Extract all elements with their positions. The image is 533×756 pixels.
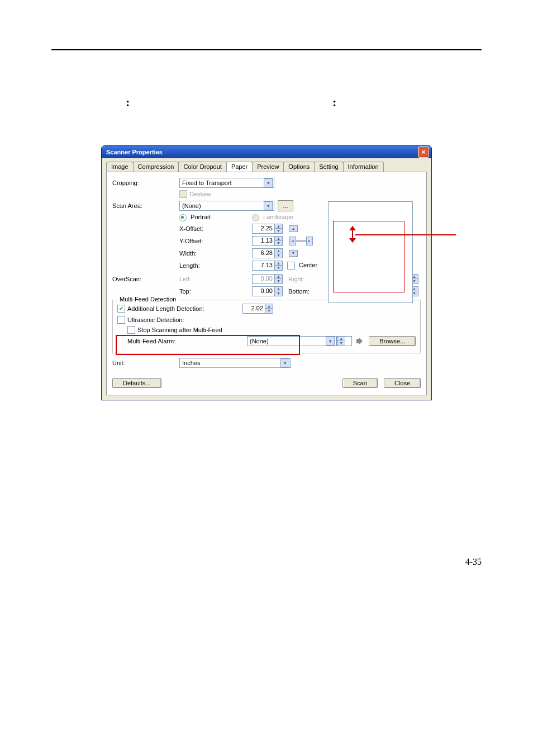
length-label: Length: <box>179 262 252 269</box>
ultrasonic-label: Ultrasonic Detection: <box>127 316 184 323</box>
caret-down-icon[interactable]: ▼ <box>274 265 282 270</box>
alarm-label: Multi-Feed Alarm: <box>117 338 247 344</box>
addlen-value: 2.02 <box>243 304 265 313</box>
alarm-stepper[interactable]: ▲▼ <box>336 336 352 346</box>
overscan-top-stepper[interactable]: 0.00 ▲▼ <box>252 286 283 296</box>
addlen-stepper[interactable]: 2.02 ▲▼ <box>242 304 273 314</box>
caret-up-icon[interactable]: ▲ <box>274 224 282 229</box>
caret-down-icon[interactable]: ▼ <box>274 228 282 233</box>
overscan-top-label: Top: <box>179 288 252 295</box>
caret-up-icon: ▲ <box>274 275 282 279</box>
unit-label: Unit: <box>112 360 179 366</box>
tab-compression[interactable]: Compression <box>133 162 179 172</box>
page-preview-pane <box>328 201 413 303</box>
chevron-down-icon: ▾ <box>264 178 273 187</box>
page-top-rule <box>51 49 482 50</box>
tab-preview[interactable]: Preview <box>252 162 284 172</box>
landscape-radio <box>252 214 259 221</box>
browse-button[interactable]: Browse... <box>369 336 416 346</box>
unit-value: Inches <box>182 360 200 366</box>
xoffset-stepper[interactable]: 2.25 ▲▼ <box>252 224 283 234</box>
defaults-button[interactable]: Defaults... <box>112 378 161 388</box>
caret-down-icon[interactable]: ▼ <box>265 308 273 313</box>
center-label: Center <box>299 262 317 268</box>
caret-down-icon[interactable]: ▼ <box>289 250 298 257</box>
yoffset-stepper[interactable]: 1.13 ▲▼ <box>252 236 283 246</box>
caret-up-icon[interactable]: ▲ <box>274 249 282 253</box>
yoffset-label: Y-Offset: <box>179 238 252 244</box>
multifeed-legend: Multi-Feed Detection <box>117 296 179 303</box>
speaker-icon <box>355 337 365 346</box>
length-value: 7.13 <box>253 261 274 270</box>
caret-down-icon[interactable]: ▼ <box>337 341 345 346</box>
width-stepper[interactable]: 6.28 ▲▼ <box>252 248 283 258</box>
stop-after-mf-checkbox[interactable] <box>127 326 135 334</box>
alarm-value: (None) <box>250 338 269 344</box>
xoffset-label: X-Offset: <box>179 225 252 232</box>
caret-right-icon[interactable]: ▸ <box>306 237 313 245</box>
caret-up-icon[interactable]: ▲ <box>274 261 282 266</box>
caret-left-icon[interactable]: ◂ <box>289 237 296 245</box>
deskew-label: Deskew <box>189 191 211 197</box>
unit-select[interactable]: Inches ▾ <box>179 358 291 368</box>
cropping-select[interactable]: Fixed to Transport ▾ <box>179 178 274 188</box>
titlebar[interactable]: Scanner Properties × <box>102 146 431 158</box>
overscan-right-label: Right: <box>288 276 304 282</box>
alarm-select[interactable]: (None) ▾ <box>247 336 336 346</box>
overscan-left-stepper: 0.00 ▲▼ <box>252 274 283 284</box>
colon-mark: : <box>126 95 130 110</box>
ultrasonic-checkbox[interactable] <box>117 316 125 324</box>
overscan-top-value: 0.00 <box>253 287 274 296</box>
caret-up-icon[interactable]: ▲ <box>274 237 282 241</box>
caret-down-icon[interactable]: ▼ <box>274 240 282 245</box>
caret-down-icon[interactable]: ▼ <box>274 291 282 296</box>
xoffset-value: 2.25 <box>253 224 274 233</box>
center-checkbox[interactable] <box>287 262 295 270</box>
overscan-bottom-label: Bottom: <box>288 288 310 295</box>
scanarea-select[interactable]: (None) ▾ <box>179 201 274 211</box>
window-title: Scanner Properties <box>106 149 163 155</box>
vertical-slider[interactable]: ▼ <box>289 250 297 257</box>
scanarea-value: (None) <box>182 202 201 209</box>
page-number: 4-35 <box>0 535 533 567</box>
colon-mark: : <box>332 95 336 110</box>
chevron-down-icon: ▾ <box>326 337 335 346</box>
caret-up-icon[interactable]: ▲ <box>289 225 298 232</box>
scanarea-more-button[interactable]: ... <box>278 200 293 211</box>
tab-strip: Image Compression Color Dropout Paper Pr… <box>102 158 431 172</box>
chevron-down-icon: ▾ <box>280 358 289 367</box>
overscan-left-label: Left: <box>179 276 252 282</box>
length-stepper[interactable]: 7.13 ▲▼ <box>252 261 283 271</box>
caret-up-icon[interactable]: ▲ <box>265 304 273 309</box>
overscan-left-value: 0.00 <box>253 275 274 284</box>
addlen-label: Additional Length Detection: <box>127 305 242 312</box>
close-button[interactable]: Close <box>384 378 421 388</box>
tab-image[interactable]: Image <box>106 162 134 172</box>
vertical-slider[interactable]: ▲ <box>289 225 297 232</box>
caret-up-icon[interactable]: ▲ <box>274 287 282 291</box>
deskew-checkbox <box>179 190 187 198</box>
portrait-label: Portrait <box>191 214 210 220</box>
caret-up-icon[interactable]: ▲ <box>337 337 345 341</box>
annotation-line <box>355 234 456 235</box>
caret-down-icon: ▼ <box>274 278 282 284</box>
tab-information[interactable]: Information <box>343 162 384 172</box>
tab-color-dropout[interactable]: Color Dropout <box>178 162 226 172</box>
tab-paper[interactable]: Paper <box>226 162 253 172</box>
tab-options[interactable]: Options <box>283 162 315 172</box>
stop-after-mf-label: Stop Scanning after Multi-Feed <box>137 327 222 333</box>
caret-down-icon[interactable]: ▼ <box>274 253 282 258</box>
horizontal-slider[interactable]: ◂ ▸ <box>289 237 313 245</box>
scan-button[interactable]: Scan <box>342 378 378 388</box>
width-value: 6.28 <box>253 249 274 258</box>
scanarea-label: Scan Area: <box>112 202 179 209</box>
scanner-properties-dialog: Scanner Properties × Image Compression C… <box>101 145 432 400</box>
yoffset-value: 1.13 <box>253 237 274 245</box>
addlen-checkbox[interactable]: ✔ <box>117 305 125 313</box>
vertical-arrow-icon <box>351 226 354 242</box>
close-icon[interactable]: × <box>418 147 429 158</box>
tab-setting[interactable]: Setting <box>314 162 343 172</box>
overscan-label: OverScan: <box>112 276 179 282</box>
preview-selection-box <box>333 221 404 292</box>
portrait-radio[interactable] <box>179 214 187 221</box>
